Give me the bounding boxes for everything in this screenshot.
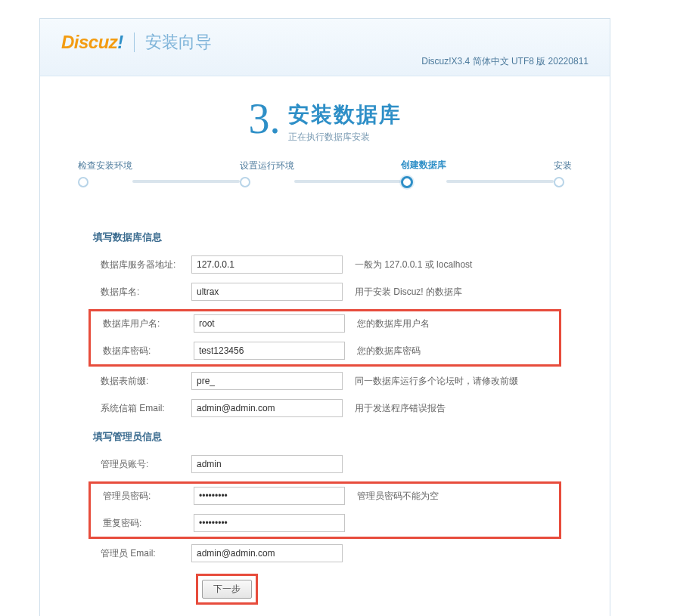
logo-exclamation: ! [117, 32, 123, 52]
input-db-user[interactable] [194, 314, 345, 333]
hint-admin-pass: 管理员密码不能为空 [357, 490, 439, 503]
row-db-user: 数据库用户名: 您的数据库用户名 [91, 314, 559, 333]
input-admin-user[interactable] [191, 455, 343, 473]
header-top: Discuz! 安装向导 [61, 31, 588, 54]
progress-line [294, 180, 402, 183]
hint-db-prefix: 同一数据库运行多个论坛时，请修改前缀 [355, 375, 518, 388]
label-admin-pass: 管理员密码: [95, 490, 194, 503]
submit-wrap: 下一步 [196, 574, 557, 605]
row-db-pass: 数据库密码: 您的数据库密码 [91, 341, 559, 361]
progress-dot-icon [554, 177, 564, 187]
progress-step-set-env: 设置运行环境 [240, 159, 294, 187]
step-number: 3. [249, 98, 281, 140]
row-admin-user: 管理员账号: [93, 454, 557, 474]
logo-text: Discuz [61, 32, 117, 52]
progress-dot-icon [240, 177, 250, 187]
row-admin-pass2: 重复密码: [91, 513, 559, 533]
progress-line [446, 180, 554, 183]
row-db-prefix: 数据表前缀: 同一数据库运行多个论坛时，请修改前缀 [93, 371, 557, 391]
progress-dot-active-icon [401, 176, 413, 188]
progress-label: 安装 [554, 159, 572, 172]
step-header: 3. 安装数据库 正在执行数据库安装 [40, 76, 610, 153]
row-db-host: 数据库服务器地址: 一般为 127.0.0.1 或 localhost [93, 255, 557, 274]
highlight-db-credentials: 数据库用户名: 您的数据库用户名 数据库密码: 您的数据库密码 [89, 309, 561, 367]
label-admin-user: 管理员账号: [93, 458, 191, 471]
progress-bar: 检查安装环境 设置运行环境 创建数据库 安装 [40, 153, 610, 203]
input-sysmail[interactable] [191, 399, 343, 417]
label-sysmail: 系统信箱 Email: [93, 402, 191, 415]
input-db-pass[interactable] [194, 342, 345, 360]
label-db-prefix: 数据表前缀: [93, 375, 191, 388]
row-admin-email: 管理员 Email: [93, 543, 557, 563]
highlight-admin-password: 管理员密码: 管理员密码不能为空 重复密码: [89, 481, 561, 539]
progress-label: 设置运行环境 [240, 159, 294, 172]
label-db-host: 数据库服务器地址: [93, 258, 191, 271]
hint-sysmail: 用于发送程序错误报告 [355, 402, 446, 415]
input-db-prefix[interactable] [191, 372, 343, 390]
input-db-host[interactable] [191, 255, 343, 274]
version-text: Discuz!X3.4 简体中文 UTF8 版 20220811 [61, 55, 588, 73]
step-subtitle: 正在执行数据库安装 [288, 131, 402, 144]
input-admin-email[interactable] [191, 544, 343, 562]
label-db-user: 数据库用户名: [95, 317, 194, 330]
progress-line [132, 180, 240, 183]
step-title: 安装数据库 [288, 101, 402, 129]
install-wizard-container: Discuz! 安装向导 Discuz!X3.4 简体中文 UTF8 版 202… [39, 18, 610, 616]
db-section-title: 填写数据库信息 [93, 231, 557, 244]
label-db-name: 数据库名: [93, 286, 191, 299]
hint-db-user: 您的数据库用户名 [357, 317, 430, 330]
hint-db-pass: 您的数据库密码 [357, 345, 421, 358]
form-body: 填写数据库信息 数据库服务器地址: 一般为 127.0.0.1 或 localh… [40, 203, 610, 616]
input-db-name[interactable] [191, 283, 343, 301]
row-db-name: 数据库名: 用于安装 Discuz! 的数据库 [93, 282, 557, 302]
progress-dot-icon [78, 177, 89, 187]
label-admin-pass2: 重复密码: [95, 517, 194, 530]
next-step-button[interactable]: 下一步 [202, 580, 252, 599]
header: Discuz! 安装向导 Discuz!X3.4 简体中文 UTF8 版 202… [40, 19, 610, 76]
progress-step-install: 安装 [554, 159, 572, 187]
progress-step-check-env: 检查安装环境 [78, 159, 132, 187]
wizard-title: 安装向导 [145, 31, 212, 54]
progress-label: 创建数据库 [401, 159, 446, 172]
step-title-wrap: 安装数据库 正在执行数据库安装 [288, 98, 402, 144]
header-divider [134, 33, 135, 52]
hint-db-host: 一般为 127.0.0.1 或 localhost [355, 258, 472, 271]
row-admin-pass: 管理员密码: 管理员密码不能为空 [91, 486, 559, 506]
progress-step-create-db: 创建数据库 [401, 159, 446, 188]
label-admin-email: 管理员 Email: [93, 547, 191, 560]
row-sysmail: 系统信箱 Email: 用于发送程序错误报告 [93, 398, 557, 418]
highlight-submit: 下一步 [196, 574, 258, 605]
admin-section-title: 填写管理员信息 [93, 430, 557, 444]
input-admin-pass[interactable] [194, 487, 345, 505]
label-db-pass: 数据库密码: [95, 345, 194, 358]
hint-db-name: 用于安装 Discuz! 的数据库 [355, 286, 462, 299]
input-admin-pass2[interactable] [194, 514, 345, 532]
logo: Discuz! [61, 32, 123, 53]
progress-label: 检查安装环境 [78, 159, 132, 172]
